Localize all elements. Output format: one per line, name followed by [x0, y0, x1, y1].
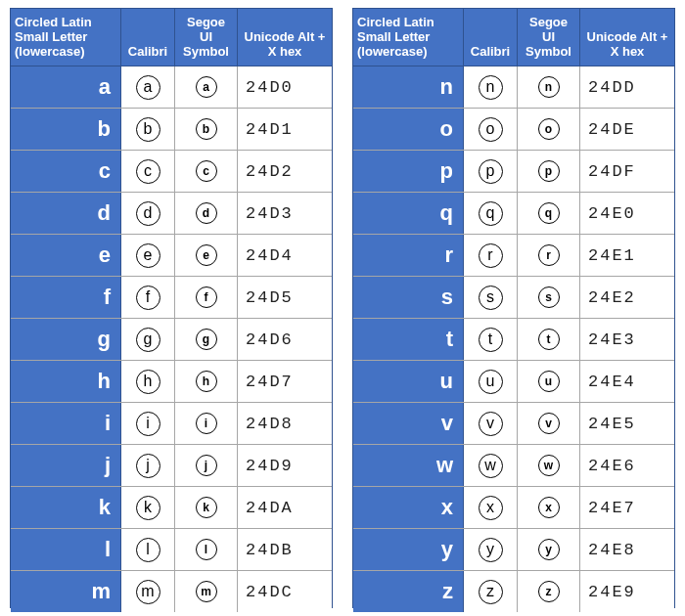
unicode-hex: 24E0: [580, 193, 674, 234]
table-row: bbb24D1: [11, 109, 332, 151]
glyph-calibri: g: [121, 319, 175, 360]
glyph-segoe-symbol: i: [175, 403, 238, 444]
circled-letter-icon: v: [538, 413, 560, 434]
table-row: jjj24D9: [11, 445, 332, 487]
glyph-calibri: j: [121, 445, 175, 486]
circled-letter-icon: d: [196, 202, 217, 224]
circled-letter-icon: o: [479, 117, 503, 142]
circled-letter-icon: t: [479, 328, 503, 352]
row-letter: e: [11, 235, 121, 276]
row-letter: g: [11, 319, 121, 360]
glyph-calibri: z: [464, 571, 518, 612]
circled-letter-icon: z: [479, 580, 503, 604]
glyph-segoe-symbol: c: [175, 151, 238, 192]
glyph-calibri: q: [464, 193, 518, 234]
table-row: qqq24E0: [353, 193, 674, 235]
unicode-hex: 24D9: [238, 445, 332, 486]
row-letter: h: [11, 361, 121, 402]
row-letter: d: [11, 193, 121, 234]
table-row: aaa24D0: [11, 66, 332, 109]
table-row: iii24D8: [11, 403, 332, 445]
unicode-hex: 24E8: [580, 529, 674, 570]
glyph-segoe-symbol: u: [518, 361, 580, 402]
header-calibri: Calibri: [464, 9, 518, 66]
circled-letter-icon: u: [538, 371, 560, 392]
table-left: Circled Latin Small Letter (lowercase) C…: [10, 8, 333, 608]
circled-letter-icon: s: [479, 286, 503, 310]
circled-letter-icon: j: [136, 454, 160, 478]
circled-letter-icon: l: [196, 539, 217, 560]
glyph-calibri: w: [464, 445, 518, 486]
table-row: ggg24D6: [11, 319, 332, 361]
circled-letter-icon: m: [196, 581, 217, 602]
glyph-calibri: h: [121, 361, 175, 402]
glyph-calibri: s: [464, 277, 518, 318]
glyph-calibri: y: [464, 529, 518, 570]
glyph-calibri: m: [121, 571, 175, 612]
header-calibri: Calibri: [121, 9, 175, 66]
glyph-calibri: t: [464, 319, 518, 360]
unicode-hex: 24E7: [580, 487, 674, 528]
table-right: Circled Latin Small Letter (lowercase) C…: [352, 8, 675, 608]
glyph-segoe-symbol: o: [518, 109, 580, 150]
glyph-calibri: o: [464, 109, 518, 150]
row-letter: k: [11, 487, 121, 528]
unicode-hex: 24DD: [580, 66, 674, 108]
glyph-segoe-symbol: e: [175, 235, 238, 276]
circled-letter-icon: s: [538, 286, 560, 308]
row-letter: v: [353, 403, 464, 444]
header-hex: Unicode Alt + X hex: [580, 9, 674, 66]
table-row: ddd24D3: [11, 193, 332, 235]
table-row: yyy24E8: [353, 529, 674, 571]
glyph-calibri: d: [121, 193, 175, 234]
unicode-hex: 24D4: [238, 235, 332, 276]
header-symbol: Segoe UI Symbol: [518, 9, 580, 66]
circled-letter-icon: a: [196, 76, 217, 98]
circled-letter-icon: p: [538, 160, 560, 182]
unicode-hex: 24DB: [238, 529, 332, 570]
table-row: sss24E2: [353, 277, 674, 319]
circled-letter-icon: f: [196, 286, 217, 308]
unicode-hex: 24D6: [238, 319, 332, 360]
glyph-segoe-symbol: s: [518, 277, 580, 318]
row-letter: b: [11, 109, 121, 150]
circled-letter-icon: e: [136, 243, 160, 268]
circled-letter-icon: p: [479, 159, 503, 184]
circled-letter-icon: f: [136, 286, 160, 310]
table-row: eee24D4: [11, 235, 332, 277]
glyph-calibri: k: [121, 487, 175, 528]
unicode-hex: 24E5: [580, 403, 674, 444]
circled-letter-icon: b: [136, 117, 160, 142]
table-body-right: nnn24DDooo24DEppp24DFqqq24E0rrr24E1sss24…: [353, 66, 674, 612]
glyph-segoe-symbol: l: [175, 529, 238, 570]
glyph-segoe-symbol: j: [175, 445, 238, 486]
glyph-calibri: e: [121, 235, 175, 276]
circled-letter-icon: x: [538, 497, 560, 518]
header-symbol: Segoe UI Symbol: [175, 9, 238, 66]
glyph-segoe-symbol: z: [518, 571, 580, 612]
circled-letter-icon: r: [479, 243, 503, 268]
glyph-segoe-symbol: m: [175, 571, 238, 612]
table-row: fff24D5: [11, 277, 332, 319]
row-letter: q: [353, 193, 464, 234]
unicode-hex: 24E6: [580, 445, 674, 486]
reference-tables: Circled Latin Small Letter (lowercase) C…: [0, 0, 685, 616]
row-letter: p: [353, 151, 464, 192]
table-row: uuu24E4: [353, 361, 674, 403]
unicode-hex: 24E4: [580, 361, 674, 402]
circled-letter-icon: c: [136, 159, 160, 184]
circled-letter-icon: q: [538, 202, 560, 224]
glyph-calibri: i: [121, 403, 175, 444]
unicode-hex: 24D8: [238, 403, 332, 444]
glyph-segoe-symbol: r: [518, 235, 580, 276]
table-body-left: aaa24D0bbb24D1ccc24D2ddd24D3eee24D4fff24…: [11, 66, 332, 612]
glyph-segoe-symbol: a: [175, 66, 238, 108]
row-letter: y: [353, 529, 464, 570]
unicode-hex: 24DA: [238, 487, 332, 528]
table-row: rrr24E1: [353, 235, 674, 277]
table-header: Circled Latin Small Letter (lowercase) C…: [353, 9, 674, 66]
row-letter: n: [353, 66, 464, 108]
unicode-hex: 24E2: [580, 277, 674, 318]
glyph-calibri: r: [464, 235, 518, 276]
unicode-hex: 24E1: [580, 235, 674, 276]
